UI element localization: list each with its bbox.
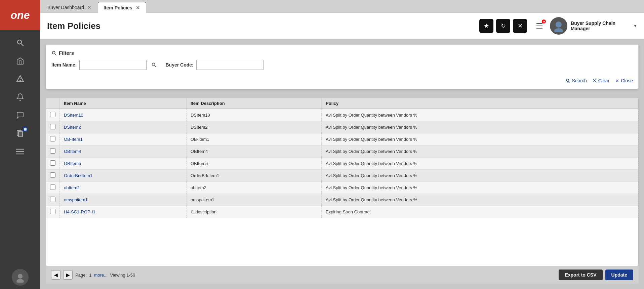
header-right: ★ Buyer Supply Chain Manager ▼ bbox=[532, 17, 637, 35]
tab-item-policies[interactable]: Item Policies ✕ bbox=[98, 2, 146, 13]
row-checkbox-cell bbox=[46, 133, 60, 146]
item-name-label: Item Name: bbox=[51, 62, 77, 68]
filter-panel: Filters Item Name: Buyer Code: bbox=[46, 44, 639, 89]
filter-title: Filters bbox=[59, 50, 74, 56]
sidebar-item-menu[interactable] bbox=[10, 143, 30, 160]
table-row: DSItem10 DSItem10 Avl Split by Order Qua… bbox=[46, 109, 638, 121]
item-name-link-7[interactable]: omspoitem1 bbox=[64, 197, 88, 202]
sidebar-item-messages[interactable] bbox=[10, 107, 30, 124]
update-button[interactable]: Update bbox=[605, 270, 633, 280]
table-header-row: Item Name Item Description Policy bbox=[46, 98, 638, 109]
item-name-field: Item Name: bbox=[51, 60, 159, 70]
svg-point-19 bbox=[52, 51, 55, 54]
next-page-button[interactable]: ▶ bbox=[63, 270, 73, 280]
buyer-code-label: Buyer Code: bbox=[165, 62, 193, 68]
filter-search-button[interactable]: Search bbox=[566, 78, 587, 83]
user-avatar-header[interactable] bbox=[550, 17, 567, 35]
row-checkbox-1[interactable] bbox=[50, 124, 55, 129]
svg-point-21 bbox=[152, 63, 155, 66]
col-item-name: Item Name bbox=[60, 98, 187, 109]
filter-actions: Search Clear Close bbox=[51, 75, 633, 83]
row-checkbox-8[interactable] bbox=[50, 209, 55, 214]
item-name-link-3[interactable]: OBItem4 bbox=[64, 149, 81, 154]
row-checkbox-0[interactable] bbox=[50, 112, 55, 117]
page-header: Item Policies ★ ↻ ✕ ★ Buyer Supply Chain… bbox=[40, 13, 644, 39]
row-checkbox-6[interactable] bbox=[50, 184, 55, 190]
prev-page-button[interactable]: ◀ bbox=[51, 270, 61, 280]
footer-buttons: Export to CSV Update bbox=[559, 270, 633, 280]
svg-point-17 bbox=[556, 22, 562, 28]
row-policy-4: Avl Split by Order Quantity between Vend… bbox=[322, 158, 638, 170]
row-item-description-5: OrderBrkItem1 bbox=[186, 170, 321, 182]
sidebar-item-notifications[interactable] bbox=[10, 89, 30, 106]
row-policy-1: Avl Split by Order Quantity between Vend… bbox=[322, 121, 638, 133]
row-checkbox-cell bbox=[46, 121, 60, 133]
close-button[interactable]: ✕ bbox=[513, 19, 527, 33]
sidebar: one bbox=[0, 0, 40, 289]
row-policy-2: Avl Split by Order Quantity between Vend… bbox=[322, 133, 638, 146]
svg-rect-7 bbox=[24, 129, 27, 130]
clear-button-label: Clear bbox=[598, 78, 609, 83]
filter-header: Filters bbox=[51, 50, 633, 56]
svg-rect-8 bbox=[24, 130, 27, 131]
row-checkbox-7[interactable] bbox=[50, 197, 55, 202]
filter-clear-button[interactable]: Clear bbox=[592, 78, 609, 83]
row-item-description-1: DSItem2 bbox=[186, 121, 321, 133]
row-checkbox-5[interactable] bbox=[50, 172, 55, 178]
table-row: DSItem2 DSItem2 Avl Split by Order Quant… bbox=[46, 121, 638, 133]
sidebar-item-home[interactable] bbox=[10, 52, 30, 69]
row-checkbox-3[interactable] bbox=[50, 148, 55, 154]
row-checkbox-4[interactable] bbox=[50, 160, 55, 166]
item-name-link-6[interactable]: obItem2 bbox=[64, 185, 80, 190]
item-name-link-4[interactable]: OBItem5 bbox=[64, 161, 81, 166]
row-item-name-5: OrderBrkItem1 bbox=[60, 170, 187, 182]
row-item-description-3: OBItem4 bbox=[186, 146, 321, 158]
page-info: Page: 1 more... Viewing 1-50 bbox=[75, 273, 135, 278]
item-name-link-5[interactable]: OrderBrkItem1 bbox=[64, 173, 92, 178]
row-checkbox-2[interactable] bbox=[50, 136, 55, 141]
more-link[interactable]: more... bbox=[94, 273, 108, 278]
user-dropdown[interactable]: Buyer Supply Chain Manager ▼ bbox=[571, 20, 637, 31]
row-checkbox-cell bbox=[46, 109, 60, 121]
table-row: H4-SC1-ROP-I1 I1 description Expiring So… bbox=[46, 206, 638, 218]
row-item-description-7: omspoitem1 bbox=[186, 194, 321, 206]
svg-rect-5 bbox=[18, 131, 23, 137]
item-name-link-0[interactable]: DSItem10 bbox=[64, 113, 83, 118]
app-logo[interactable]: one bbox=[0, 0, 40, 30]
row-checkbox-cell bbox=[46, 146, 60, 158]
sidebar-item-alerts[interactable] bbox=[10, 71, 30, 87]
item-name-link-8[interactable]: H4-SC1-ROP-I1 bbox=[64, 209, 95, 214]
buyer-code-input[interactable] bbox=[196, 60, 264, 70]
item-name-link-2[interactable]: OB-Item1 bbox=[64, 137, 83, 142]
export-csv-button[interactable]: Export to CSV bbox=[559, 270, 602, 280]
row-item-name-1: DSItem2 bbox=[60, 121, 187, 133]
sidebar-item-search[interactable] bbox=[10, 34, 30, 51]
row-policy-7: Avl Split by Order Quantity between Vend… bbox=[322, 194, 638, 206]
row-item-description-8: I1 description bbox=[186, 206, 321, 218]
page-number: 1 bbox=[89, 273, 91, 278]
close-icon bbox=[615, 78, 619, 83]
svg-line-20 bbox=[55, 54, 56, 55]
item-name-search-button[interactable] bbox=[149, 60, 159, 70]
items-table: Item Name Item Description Policy DSItem… bbox=[46, 98, 638, 218]
tab-buyer-dashboard[interactable]: Buyer Dashboard ✕ bbox=[42, 2, 97, 13]
tab-buyer-dashboard-close[interactable]: ✕ bbox=[87, 5, 92, 10]
user-avatar-sidebar[interactable] bbox=[12, 269, 29, 286]
sidebar-item-documents[interactable] bbox=[10, 125, 30, 142]
item-name-input[interactable] bbox=[79, 60, 147, 70]
tab-item-policies-close[interactable]: ✕ bbox=[135, 5, 140, 10]
star-button[interactable]: ★ bbox=[479, 19, 493, 33]
item-name-link-1[interactable]: DSItem2 bbox=[64, 125, 81, 130]
content-area: Filters Item Name: Buyer Code: bbox=[40, 39, 644, 289]
table-row: omspoitem1 omspoitem1 Avl Split by Order… bbox=[46, 194, 638, 206]
row-item-name-6: obItem2 bbox=[60, 182, 187, 194]
notifications-menu-button[interactable]: ★ bbox=[532, 19, 547, 33]
row-item-name-0: DSItem10 bbox=[60, 109, 187, 121]
filter-close-button[interactable]: Close bbox=[615, 78, 633, 83]
col-policy: Policy bbox=[322, 98, 638, 109]
refresh-button[interactable]: ↻ bbox=[496, 19, 510, 33]
row-item-name-4: OBItem5 bbox=[60, 158, 187, 170]
table-row: OBItem5 OBItem5 Avl Split by Order Quant… bbox=[46, 158, 638, 170]
row-item-description-0: DSItem10 bbox=[186, 109, 321, 121]
row-item-name-8: H4-SC1-ROP-I1 bbox=[60, 206, 187, 218]
